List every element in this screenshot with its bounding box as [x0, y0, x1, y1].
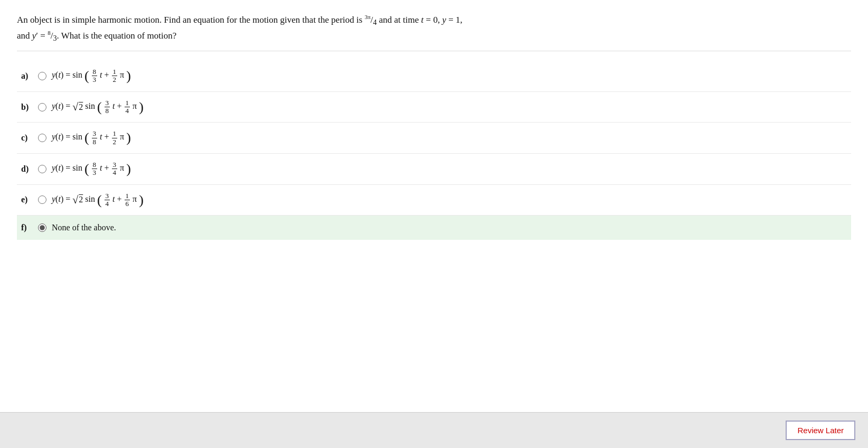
option-d-radio[interactable] — [38, 165, 46, 173]
option-b-label: b) — [21, 102, 36, 112]
option-f-label: f) — [21, 223, 36, 232]
question-container: An object is in simple harmonic motion. … — [0, 0, 868, 413]
question-part3: and y′ = 8/3. What is the equation of mo… — [17, 31, 176, 41]
option-c-radio[interactable] — [38, 134, 46, 142]
period-superscript: 3π — [365, 14, 371, 20]
question-part2: and at time t = 0, y = 1, — [377, 15, 463, 25]
option-b: b) y(t) = √2 sin ( 38 t + 14 π ) — [17, 92, 851, 123]
options-list: a) y(t) = sin ( 83 t + 12 π ) b) y(t) = … — [17, 61, 851, 240]
option-b-content: y(t) = √2 sin ( 38 t + 14 π ) — [52, 99, 144, 115]
option-b-radio[interactable] — [38, 103, 46, 111]
option-e-radio[interactable] — [38, 195, 46, 204]
option-a-radio[interactable] — [38, 72, 46, 80]
option-a: a) y(t) = sin ( 83 t + 12 π ) — [17, 61, 851, 92]
option-c: c) y(t) = sin ( 38 t + 12 π ) — [17, 123, 851, 154]
review-later-button[interactable]: Review Later — [786, 421, 855, 440]
period-subscript: 4 — [373, 18, 376, 26]
option-d-content: y(t) = sin ( 83 t + 34 π ) — [52, 161, 131, 177]
option-e: e) y(t) = √2 sin ( 34 t + 16 π ) — [17, 185, 851, 216]
option-a-label: a) — [21, 71, 36, 81]
question-part1: An object is in simple harmonic motion. … — [17, 15, 365, 25]
option-c-content: y(t) = sin ( 38 t + 12 π ) — [52, 130, 131, 146]
option-f-radio[interactable] — [38, 223, 46, 232]
option-d: d) y(t) = sin ( 83 t + 34 π ) — [17, 154, 851, 185]
question-text: An object is in simple harmonic motion. … — [17, 13, 851, 51]
option-e-content: y(t) = √2 sin ( 34 t + 16 π ) — [52, 192, 144, 208]
option-f: f) None of the above. — [17, 216, 851, 240]
option-c-label: c) — [21, 133, 36, 143]
footer-bar: Review Later — [0, 413, 868, 448]
option-f-content: None of the above. — [52, 223, 116, 232]
option-d-label: d) — [21, 164, 36, 174]
option-e-label: e) — [21, 195, 36, 204]
option-a-content: y(t) = sin ( 83 t + 12 π ) — [52, 68, 131, 84]
